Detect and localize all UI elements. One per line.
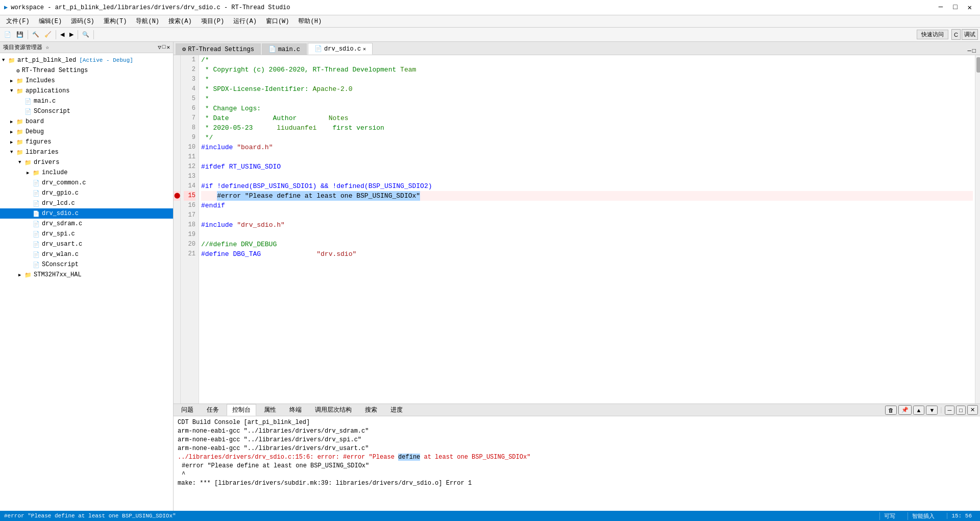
menu-refactor[interactable]: 重构(T) xyxy=(100,16,131,27)
tree-label: board xyxy=(26,118,44,125)
bottom-tab-callhierarchy[interactable]: 调用层次结构 xyxy=(309,404,357,416)
bottom-tab-console[interactable]: 控制台 xyxy=(227,404,256,416)
tree-item-root[interactable]: ▼ 📁 art_pi_blink_led [Active - Debug] xyxy=(0,55,173,65)
tree-item-sconscript-apps[interactable]: 📄 SConscript xyxy=(0,106,173,116)
tree-item-drv-lcd[interactable]: 📄 drv_lcd.c xyxy=(0,198,173,208)
tree-item-drivers[interactable]: ▼ 📁 drivers xyxy=(0,157,173,168)
console-pin-btn[interactable]: 📌 xyxy=(898,405,912,415)
toolbar-sep4 xyxy=(93,30,94,39)
tab-close-icon[interactable]: ✕ xyxy=(363,46,366,52)
folder-icon: 📁 xyxy=(16,119,23,125)
tree-item-sconscript-drivers[interactable]: 📄 SConscript xyxy=(0,259,173,270)
tree-item-drv-gpio[interactable]: 📄 drv_gpio.c xyxy=(0,188,173,198)
tree-item-stm32-hal[interactable]: ▶ 📁 STM32H7xx_HAL xyxy=(0,270,173,280)
tab-drv-sdio[interactable]: 📄 drv_sdio.c ✕ xyxy=(308,43,373,55)
file-icon: 📄 xyxy=(24,108,32,115)
tree-item-includes[interactable]: ▶ 📁 Includes xyxy=(0,76,173,86)
console-error-line: ../libraries/drivers/drv_sdio.c:15:6: er… xyxy=(178,453,976,462)
tree-item-libraries[interactable]: ▼ 📁 libraries xyxy=(0,147,173,157)
tree-item-drv-sdio[interactable]: 📄 drv_sdio.c xyxy=(0,208,173,219)
toolbar-back[interactable]: ◀ xyxy=(58,30,66,39)
tab-main-c[interactable]: 📄 main.c xyxy=(262,43,307,55)
toolbar-build[interactable]: 🔨 xyxy=(30,30,41,39)
console-up-btn[interactable]: ▲ xyxy=(913,406,925,415)
tree-label: drv_sdram.c xyxy=(42,220,82,227)
panel-maximize-icon[interactable]: □ xyxy=(162,44,166,51)
menu-source[interactable]: 源码(S) xyxy=(67,16,99,27)
bottom-close-btn[interactable]: ✕ xyxy=(967,405,978,415)
tree-label: drv_common.c xyxy=(42,179,86,186)
tree-arrow: ▼ xyxy=(10,150,16,155)
console-content[interactable]: CDT Build Console [art_pi_blink_led] arm… xyxy=(174,416,980,511)
toolbar-forward[interactable]: ▶ xyxy=(67,30,76,39)
editor-min-icon[interactable]: ─ xyxy=(968,48,971,55)
tree-item-include[interactable]: ▶ 📁 include xyxy=(0,168,173,178)
project-panel-title: 项目资源管理器 ☆ xyxy=(3,43,49,51)
bottom-min-btn[interactable]: ─ xyxy=(945,406,955,415)
bottom-tab-search[interactable]: 搜索 xyxy=(359,404,383,416)
code-line-16: #endif xyxy=(201,201,973,210)
tree-container: ▼ 📁 art_pi_blink_led [Active - Debug] ⚙ … xyxy=(0,53,173,511)
tree-item-figures[interactable]: ▶ 📁 figures xyxy=(0,137,173,147)
console-clear-btn[interactable]: 🗑 xyxy=(885,406,897,415)
bottom-tab-problems[interactable]: 问题 xyxy=(176,404,199,416)
close-button[interactable]: ✕ xyxy=(964,2,976,13)
editor-max-icon[interactable]: □ xyxy=(972,48,976,55)
preproc-span: #include xyxy=(201,220,233,230)
panel-close-icon[interactable]: ✕ xyxy=(166,44,170,51)
toolbar-save[interactable]: 💾 xyxy=(14,30,26,39)
tree-item-rtthread-settings[interactable]: ⚙ RT-Thread Settings xyxy=(0,65,173,76)
quick-access-button[interactable]: 快速访问 xyxy=(917,30,948,39)
tree-item-drv-sdram[interactable]: 📄 drv_sdram.c xyxy=(0,219,173,229)
tree-item-applications[interactable]: ▼ 📁 applications xyxy=(0,86,173,96)
code-line-21: #define DBG_TAG "drv.sdio" xyxy=(201,249,973,259)
minimize-button[interactable]: ─ xyxy=(935,2,947,13)
tree-item-drv-common[interactable]: 📄 drv_common.c xyxy=(0,178,173,188)
tabs-bar: ⚙ RT-Thread Settings 📄 main.c 📄 drv_sdio… xyxy=(174,42,980,55)
indicator-10 xyxy=(174,143,180,152)
toolbar-new[interactable]: 📄 xyxy=(2,30,13,39)
title-bar-controls[interactable]: ─ □ ✕ xyxy=(935,2,976,13)
code-content[interactable]: /* * Copyright (c) 2006-2020, RT-Thread … xyxy=(199,55,975,404)
bottom-tab-tasks[interactable]: 任务 xyxy=(201,404,225,416)
comment-span: */ xyxy=(201,133,213,143)
comment-span: //#define DRV_DEBUG xyxy=(201,240,277,249)
tree-item-drv-wlan[interactable]: 📄 drv_wlan.c xyxy=(0,249,173,259)
menu-window[interactable]: 窗口(W) xyxy=(262,16,293,27)
scroll-thumb[interactable] xyxy=(976,57,980,73)
maximize-button[interactable]: □ xyxy=(949,2,961,13)
menu-run[interactable]: 运行(A) xyxy=(229,16,261,27)
status-message: #error "Please define at least one BSP_U… xyxy=(4,513,871,519)
menu-help[interactable]: 帮助(H) xyxy=(294,16,326,27)
tab-sdio-icon: 📄 xyxy=(314,45,322,53)
menu-file[interactable]: 文件(F) xyxy=(2,16,34,27)
bottom-tab-props[interactable]: 属性 xyxy=(258,404,282,416)
comment-span: * xyxy=(201,94,209,104)
right-scrollbar[interactable] xyxy=(975,55,980,404)
code-line-13 xyxy=(201,172,973,181)
menu-navigate[interactable]: 导航(N) xyxy=(132,16,163,27)
tab-rtthread-settings[interactable]: ⚙ RT-Thread Settings xyxy=(176,43,261,55)
console-make-error: make: *** [libraries/drivers/subdir.mk:3… xyxy=(178,479,976,488)
menu-project[interactable]: 项目(P) xyxy=(197,16,229,27)
panel-minimize-icon[interactable]: ▽ xyxy=(158,44,161,51)
toolbar-debug-button[interactable]: 调试 xyxy=(962,29,978,40)
tree-item-debug[interactable]: ▶ 📁 Debug xyxy=(0,127,173,137)
tree-item-drv-usart[interactable]: 📄 drv_usart.c xyxy=(0,239,173,249)
toolbar-sep1 xyxy=(28,30,28,39)
console-sub-line: #error "Please define at least one BSP_U… xyxy=(178,462,976,470)
console-down-btn[interactable]: ▼ xyxy=(926,406,938,415)
menu-edit[interactable]: 编辑(E) xyxy=(35,16,66,27)
toolbar-clean[interactable]: 🧹 xyxy=(42,30,54,39)
bottom-tab-progress[interactable]: 进度 xyxy=(385,404,408,416)
bottom-max-btn[interactable]: □ xyxy=(956,406,966,415)
comment-span: * Date Author Notes xyxy=(201,113,349,123)
tree-item-board[interactable]: ▶ 📁 board xyxy=(0,116,173,127)
menu-search[interactable]: 搜索(A) xyxy=(164,16,196,27)
toolbar-search[interactable]: 🔍 xyxy=(80,30,91,39)
bottom-tab-terminal[interactable]: 终端 xyxy=(284,404,307,416)
tree-item-drv-spi[interactable]: 📄 drv_spi.c xyxy=(0,229,173,239)
title-bar-left: ▶ workspace - art_pi_blink_led/libraries… xyxy=(4,4,290,11)
toolbar-c-button[interactable]: C xyxy=(951,29,961,40)
tree-item-main-c[interactable]: 📄 main.c xyxy=(0,96,173,106)
